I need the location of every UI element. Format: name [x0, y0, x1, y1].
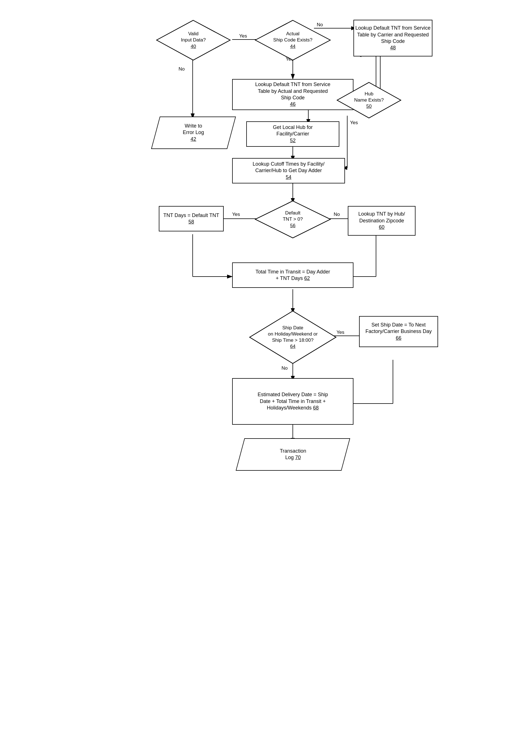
box-total-time: Total Time in Transit = Day Adder+ TNT D…	[232, 262, 354, 288]
write-error-label: Write toError Log42	[183, 123, 204, 143]
set-ship-date-label: Set Ship Date = To NextFactory/Carrier B…	[365, 322, 432, 341]
hub-name-label: HubName Exists?50	[354, 91, 384, 110]
label-no-56: No	[334, 212, 340, 217]
diamond-valid-input: ValidInput Data?40	[156, 20, 231, 61]
default-tnt-label: DefaultTNT > 0?56	[283, 210, 303, 229]
diamond-ship-date-holiday: Ship Dateon Holiday/Weekend orShip Time …	[249, 310, 336, 364]
lookup-tnt-hub-label: Lookup TNT by Hub/Destination Zipcode60	[358, 211, 405, 230]
transaction-log: TransactionLog 70	[239, 437, 346, 471]
box-set-ship-date: Set Ship Date = To NextFactory/Carrier B…	[359, 316, 438, 347]
box-lookup-46: Lookup Default TNT from ServiceTable by …	[232, 79, 354, 110]
estimated-delivery-label: Estimated Delivery Date = ShipDate + Tot…	[257, 392, 328, 411]
label-no-64: No	[281, 365, 288, 371]
box-get-hub: Get Local Hub forFacility/Carrier52	[246, 122, 339, 147]
box-lookup-48: Lookup Default TNT from ServiceTable by …	[354, 20, 433, 56]
lookup-46-label: Lookup Default TNT from ServiceTable by …	[255, 81, 330, 108]
diamond-default-tnt: DefaultTNT > 0?56	[255, 200, 331, 238]
write-error-log: Write toError Log42	[155, 116, 232, 149]
label-no-40: No	[178, 66, 185, 72]
box-estimated-delivery: Estimated Delivery Date = ShipDate + Tot…	[232, 378, 354, 425]
tnt-days-label: TNT Days = Default TNT58	[163, 212, 219, 226]
diamond-actual-ship: ActualShip Code Exists?44	[255, 20, 331, 61]
valid-input-label: ValidInput Data?40	[181, 31, 206, 49]
lookup-48-label: Lookup Default TNT from ServiceTable by …	[356, 25, 431, 51]
transaction-log-label: TransactionLog 70	[279, 448, 306, 461]
label-yes-40: Yes	[239, 33, 247, 39]
actual-ship-label: ActualShip Code Exists?44	[273, 31, 312, 49]
box-lookup-tnt-hub: Lookup TNT by Hub/Destination Zipcode60	[348, 206, 415, 236]
label-yes-64: Yes	[336, 330, 344, 335]
label-yes-50: Yes	[350, 120, 358, 125]
flowchart-diagram: Yes No Yes No No Yes Yes No Yes No Valid…	[111, 11, 421, 745]
box-lookup-cutoff: Lookup Cutoff Times by Facility/Carrier/…	[232, 158, 345, 183]
lookup-cutoff-label: Lookup Cutoff Times by Facility/Carrier/…	[253, 161, 325, 181]
get-hub-label: Get Local Hub forFacility/Carrier52	[273, 124, 312, 144]
ship-date-holiday-label: Ship Dateon Holiday/Weekend orShip Time …	[268, 325, 318, 350]
box-tnt-days: TNT Days = Default TNT58	[159, 206, 224, 231]
label-yes-56: Yes	[232, 212, 240, 217]
total-time-label: Total Time in Transit = Day Adder+ TNT D…	[255, 269, 330, 282]
diamond-hub-name: HubName Exists?50	[336, 82, 401, 119]
